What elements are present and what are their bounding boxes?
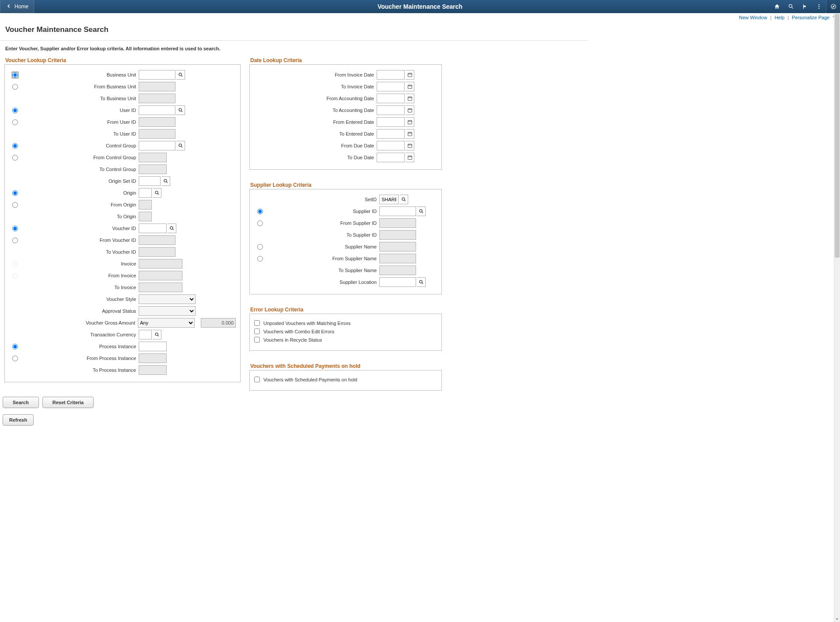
unposted-checkbox[interactable]: [254, 320, 260, 326]
pi-input[interactable]: [139, 342, 167, 351]
help-link[interactable]: Help: [774, 15, 784, 20]
cg-range-radio[interactable]: [12, 155, 18, 161]
to-acct-date-input[interactable]: [377, 105, 405, 115]
combo-checkbox[interactable]: [254, 328, 260, 334]
hold-label: Vouchers with Scheduled Payments on hold: [263, 377, 357, 382]
to-pi-input: [139, 365, 167, 375]
supplier-id-input[interactable]: [379, 206, 416, 216]
vch-range-radio[interactable]: [12, 238, 18, 243]
from-due-date-input[interactable]: [377, 141, 405, 150]
recycle-checkbox[interactable]: [254, 337, 260, 342]
lookup-icon[interactable]: [168, 224, 176, 233]
lookup-icon[interactable]: [176, 70, 185, 80]
to-cg-label: To Control Group: [21, 167, 139, 172]
svg-rect-37: [408, 121, 412, 124]
calendar-icon[interactable]: [406, 70, 414, 80]
calendar-icon[interactable]: [406, 117, 414, 127]
pi-single-radio[interactable]: [12, 344, 18, 349]
to-bu-label: To Business Unit: [21, 96, 139, 101]
cg-single-radio[interactable]: [12, 143, 18, 149]
origin-set-input[interactable]: [139, 176, 161, 186]
from-inv-label: From Invoice: [21, 273, 139, 278]
trans-currency-input[interactable]: [139, 330, 152, 339]
gross-amount-value: [201, 318, 236, 328]
home-icon[interactable]: [770, 0, 784, 13]
business-unit-label: Business Unit: [21, 72, 139, 77]
pi-range-radio[interactable]: [12, 356, 18, 361]
to-inv-date-label: To Invoice Date: [254, 84, 377, 89]
svg-point-9: [179, 108, 182, 111]
lookup-icon[interactable]: [153, 188, 161, 198]
to-ent-date-input[interactable]: [377, 129, 405, 139]
from-acct-date-input[interactable]: [377, 94, 405, 103]
from-sup-name-label: From Supplier Name: [266, 256, 379, 261]
to-inv-input: [139, 283, 182, 292]
gross-amount-select[interactable]: Any: [138, 318, 195, 328]
gross-amount-label: Voucher Gross Amount: [21, 320, 138, 325]
business-unit-input[interactable]: [139, 70, 175, 80]
reset-button[interactable]: Reset Criteria: [42, 397, 94, 408]
from-inv-date-input[interactable]: [377, 70, 405, 80]
lookup-icon[interactable]: [153, 330, 161, 339]
to-acct-date-label: To Accounting Date: [254, 108, 377, 113]
compass-icon[interactable]: [826, 0, 840, 13]
sup-id-range-radio[interactable]: [257, 220, 263, 226]
sup-name-range-radio[interactable]: [257, 256, 263, 262]
sup-loc-input[interactable]: [379, 277, 416, 287]
to-inv-date-input[interactable]: [377, 82, 405, 91]
bu-range-radio[interactable]: [12, 84, 18, 90]
personalize-link[interactable]: Personalize Page: [792, 15, 830, 20]
search-icon[interactable]: [784, 0, 798, 13]
calendar-icon[interactable]: [406, 94, 414, 103]
voucher-style-select[interactable]: [139, 294, 196, 304]
control-group-input[interactable]: [139, 141, 175, 150]
user-id-input[interactable]: [139, 105, 175, 115]
from-vch-label: From Voucher ID: [21, 238, 139, 243]
scrollbar[interactable]: ▾: [834, 13, 840, 432]
calendar-icon[interactable]: [406, 129, 414, 139]
voucher-id-input[interactable]: [139, 224, 167, 233]
vch-single-radio[interactable]: [12, 226, 18, 231]
lookup-icon[interactable]: [417, 277, 426, 287]
to-due-date-input[interactable]: [377, 153, 405, 162]
flag-icon[interactable]: [798, 0, 812, 13]
to-sup-name-input: [379, 266, 416, 275]
refresh-button[interactable]: Refresh: [3, 414, 34, 426]
sup-id-single-radio[interactable]: [257, 209, 263, 214]
bu-single-radio[interactable]: [12, 72, 18, 78]
svg-line-12: [181, 146, 182, 147]
from-ent-date-input[interactable]: [377, 117, 405, 127]
calendar-icon[interactable]: [406, 82, 414, 91]
calendar-icon[interactable]: [406, 141, 414, 150]
svg-rect-45: [408, 144, 412, 148]
scrollbar-thumb[interactable]: [835, 14, 840, 258]
calendar-icon[interactable]: [406, 153, 414, 162]
lookup-icon[interactable]: [399, 195, 408, 204]
search-button[interactable]: Search: [3, 397, 39, 408]
user-single-radio[interactable]: [12, 108, 18, 113]
inv-single-radio: [12, 261, 18, 267]
to-ent-date-label: To Entered Date: [254, 131, 377, 136]
origin-single-radio[interactable]: [12, 190, 18, 196]
setid-input[interactable]: [379, 195, 399, 204]
home-button[interactable]: Home: [0, 0, 34, 13]
to-due-date-label: To Due Date: [254, 155, 377, 160]
svg-line-8: [181, 75, 182, 77]
lookup-icon[interactable]: [417, 206, 426, 216]
origin-input[interactable]: [139, 188, 152, 198]
user-range-radio[interactable]: [12, 119, 18, 125]
svg-point-7: [179, 73, 182, 76]
hold-checkbox[interactable]: [254, 377, 260, 382]
svg-rect-21: [408, 73, 412, 77]
sup-name-single-radio[interactable]: [257, 244, 263, 250]
approval-status-select[interactable]: [139, 306, 196, 316]
svg-marker-6: [833, 6, 834, 7]
more-icon[interactable]: [812, 0, 826, 13]
new-window-link[interactable]: New Window: [739, 15, 767, 20]
lookup-icon[interactable]: [176, 141, 185, 150]
origin-range-radio[interactable]: [12, 202, 18, 208]
calendar-icon[interactable]: [406, 105, 414, 115]
svg-line-14: [166, 182, 168, 183]
lookup-icon[interactable]: [161, 176, 170, 186]
lookup-icon[interactable]: [176, 105, 185, 115]
